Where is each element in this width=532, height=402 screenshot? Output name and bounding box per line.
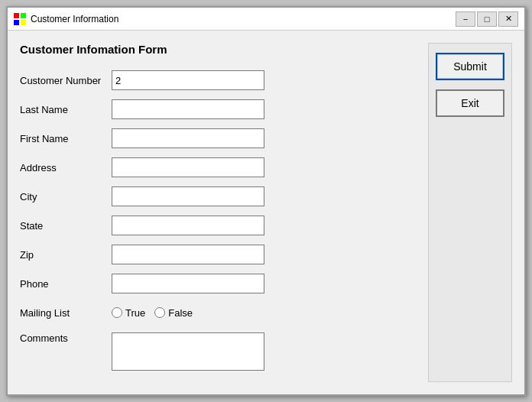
- mailing-true-option[interactable]: True: [112, 307, 145, 319]
- state-label: State: [20, 220, 112, 232]
- mailing-false-label: False: [168, 307, 193, 319]
- last-name-input[interactable]: [112, 99, 264, 119]
- minimize-button[interactable]: −: [456, 11, 475, 27]
- address-label: Address: [20, 162, 112, 173]
- app-icon: [14, 13, 26, 25]
- city-row: City: [20, 184, 416, 209]
- window-controls: − □ ✕: [456, 11, 518, 27]
- phone-input[interactable]: [112, 274, 264, 293]
- phone-row: Phone: [20, 271, 416, 296]
- svg-rect-1: [21, 13, 26, 18]
- zip-row: Zip: [20, 242, 416, 267]
- close-button[interactable]: ✕: [498, 11, 518, 27]
- svg-rect-0: [14, 13, 19, 18]
- first-name-row: First Name: [20, 126, 416, 151]
- form-section: Customer Infomation Form Customer Number…: [20, 43, 416, 382]
- customer-number-label: Customer Number: [20, 75, 112, 86]
- mailing-true-radio[interactable]: [112, 307, 122, 318]
- customer-number-row: Customer Number: [20, 68, 416, 92]
- city-label: City: [20, 191, 112, 203]
- comments-row: Comments: [20, 329, 416, 371]
- phone-label: Phone: [20, 278, 112, 290]
- mailing-false-option[interactable]: False: [154, 307, 193, 319]
- zip-label: Zip: [20, 249, 112, 261]
- mailing-false-radio[interactable]: [154, 307, 165, 318]
- comments-input[interactable]: [112, 332, 264, 371]
- mailing-true-label: True: [125, 307, 145, 319]
- comments-label: Comments: [20, 332, 112, 344]
- mailing-list-radio-group: True False: [112, 307, 193, 319]
- submit-button[interactable]: Submit: [436, 53, 504, 80]
- window-body: Customer Infomation Form Customer Number…: [8, 31, 524, 394]
- title-bar: Customer Information − □ ✕: [8, 8, 524, 31]
- window-title: Customer Information: [31, 14, 456, 24]
- main-window: Customer Information − □ ✕ Customer Info…: [6, 6, 526, 396]
- svg-rect-2: [14, 20, 19, 25]
- maximize-button[interactable]: □: [477, 11, 497, 27]
- zip-input[interactable]: [112, 245, 264, 264]
- form-title: Customer Infomation Form: [20, 43, 416, 56]
- first-name-input[interactable]: [112, 128, 264, 148]
- side-panel: Submit Exit: [428, 43, 512, 382]
- customer-number-input[interactable]: [112, 70, 264, 90]
- address-input[interactable]: [112, 157, 264, 177]
- mailing-list-row: Mailing List True False: [20, 300, 416, 325]
- svg-rect-3: [21, 20, 26, 25]
- mailing-list-label: Mailing List: [20, 307, 112, 319]
- last-name-row: Last Name: [20, 97, 416, 122]
- first-name-label: First Name: [20, 133, 112, 144]
- state-input[interactable]: [112, 216, 264, 235]
- state-row: State: [20, 213, 416, 238]
- city-input[interactable]: [112, 186, 264, 206]
- exit-button[interactable]: Exit: [436, 89, 504, 117]
- last-name-label: Last Name: [20, 104, 112, 115]
- address-row: Address: [20, 155, 416, 180]
